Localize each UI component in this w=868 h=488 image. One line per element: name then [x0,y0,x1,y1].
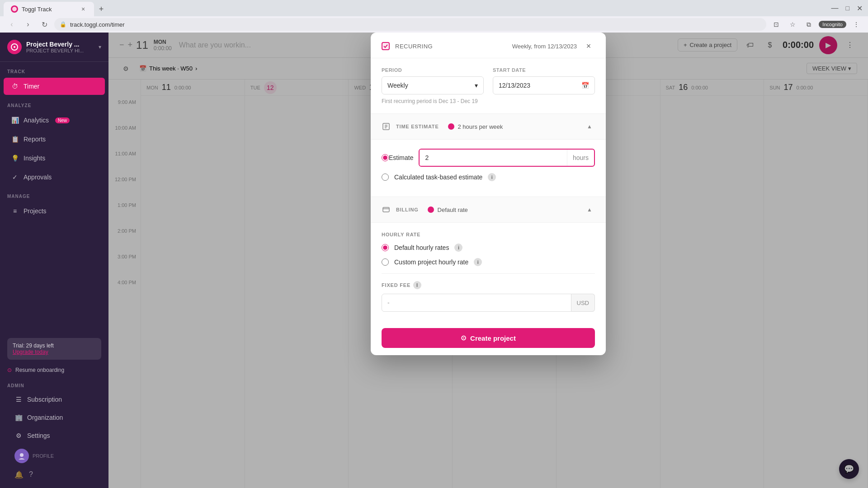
svg-point-3 [20,453,24,457]
timer-label: Timer [24,83,39,90]
maximize-btn[interactable]: □ [846,5,849,12]
resume-label: Resume onboarding [15,367,64,373]
calculated-radio[interactable] [382,174,389,181]
subscription-icon: ☰ [14,395,23,404]
custom-hourly-info-icon[interactable]: i [474,258,482,266]
sidebar-item-analytics[interactable]: 📊 Analytics New [4,112,105,129]
modal-close-btn[interactable]: × [582,40,595,52]
project-chevron-icon[interactable]: ▾ [99,44,101,50]
save-button[interactable]: ⊙ Create project [382,328,595,348]
analyze-section-label: ANALYZE [0,96,108,111]
close-window-btn[interactable]: ✕ [857,4,863,13]
url-bar[interactable]: 🔒 track.toggl.com/timer [54,18,766,31]
menu-icon[interactable]: ⋮ [850,18,863,31]
sidebar-item-approvals[interactable]: ✓ Approvals [4,169,105,186]
profile-area[interactable]: PROFILE [7,445,101,467]
bell-icon[interactable]: 🔔 [14,470,24,479]
overlay-backdrop: RECURRING Weekly, from 12/13/2023 × PERI… [108,33,868,488]
default-hourly-info-icon[interactable]: i [454,244,462,252]
trial-box: Trial: 29 days left Upgrade today [7,338,101,360]
minimize-btn[interactable]: — [831,4,839,12]
default-hourly-label: Default hourly rates [394,244,449,251]
period-field: PERIOD Weekly ▾ [382,67,484,94]
new-tab-btn[interactable]: + [94,2,108,16]
start-date-input[interactable]: 12/13/2023 📅 [493,76,595,94]
fixed-fee-info-icon[interactable]: i [413,281,421,289]
tab-close-btn[interactable]: × [80,5,87,13]
sidebar-item-subscription[interactable]: ☰ Subscription [7,391,101,408]
projects-icon: ≡ [11,207,19,215]
bottom-icons: 🔔 ? [7,467,101,483]
calculated-info-icon[interactable]: i [488,173,496,181]
default-hourly-row: Default hourly rates i [382,244,595,252]
billing-dot [428,206,434,213]
currency-badge: USD [571,294,595,312]
bookmark-icon[interactable]: ☆ [786,18,799,31]
admin-section-label: ADMIN [7,376,101,390]
first-period-note: First recurring period is Dec 13 - Dec 1… [382,98,595,104]
modal-footer: ⊙ Create project [371,321,606,355]
fixed-fee-input[interactable] [382,294,571,312]
upgrade-link[interactable]: Upgrade today [13,349,96,355]
extension-icon[interactable]: ⧉ [802,18,815,31]
sidebar-item-reports[interactable]: 📋 Reports [4,131,105,148]
fixed-fee-input-row: USD [382,294,595,312]
time-estimate-header[interactable]: TIME ESTIMATE 2 hours per week ▲ [371,114,606,140]
cast-icon: ⊡ [770,18,783,31]
analytics-badge: New [55,117,70,123]
billing-badge: Default rate [428,206,579,213]
forward-btn[interactable]: › [22,18,34,31]
sidebar: Project Beverly ... PROJECT BEVERLY HI..… [0,33,108,488]
incognito-badge: Incognito [819,21,846,28]
resume-onboarding-btn[interactable]: ⊙ Resume onboarding [7,364,101,376]
collapse-time-estimate-btn[interactable]: ▲ [584,121,595,132]
project-sub: PROJECT BEVERLY HI... [26,48,94,53]
help-icon[interactable]: ? [29,470,33,479]
estimate-input[interactable] [420,150,567,166]
recurring-label: RECURRING [395,43,507,50]
calendar-icon-date: 📅 [581,82,589,89]
profile-label: PROFILE [33,453,54,459]
back-btn[interactable]: ‹ [5,18,18,31]
settings-label: Settings [27,432,50,439]
organization-icon: 🏢 [14,413,23,422]
estimate-radio[interactable] [382,154,389,161]
trial-text: Trial: 29 days left [13,343,96,349]
project-name: Project Beverly ... [26,41,94,48]
sidebar-item-organization[interactable]: 🏢 Organization [7,409,101,426]
modal-panel: RECURRING Weekly, from 12/13/2023 × PERI… [371,33,606,355]
save-icon: ⊙ [461,334,467,342]
start-date-value: 12/13/2023 [499,82,530,89]
time-estimate-badge: 2 hours per week [448,123,579,130]
default-hourly-radio[interactable] [382,244,389,251]
content-area: − + 11 MON 0:00:00 What are you workin..… [108,33,868,488]
period-value: Weekly [387,82,408,89]
sidebar-item-projects[interactable]: ≡ Projects [4,202,105,220]
settings-icon: ⚙ [14,432,23,440]
avatar [14,449,29,463]
sidebar-logo [7,40,22,54]
reports-icon: 📋 [11,135,19,143]
browser-tab[interactable]: Toggl Track × [4,2,94,16]
approvals-label: Approvals [24,174,52,181]
custom-hourly-radio[interactable] [382,258,389,266]
collapse-billing-btn[interactable]: ▲ [584,204,595,215]
clock-icon [382,122,391,131]
recurring-checkbox[interactable] [382,42,390,50]
billing-content: HOURLY RATE Default hourly rates i Custo… [371,223,606,321]
approvals-icon: ✓ [11,173,19,181]
period-label: PERIOD [382,67,484,73]
sidebar-item-settings[interactable]: ⚙ Settings [7,427,101,444]
sidebar-item-insights[interactable]: 💡 Insights [4,150,105,167]
hours-unit-label: hours [567,150,594,166]
calculated-label: Calculated task-based estimate [394,174,482,181]
time-estimate-content: Estimate hours Calculated task-based est… [371,140,606,197]
save-label: Create project [470,334,516,342]
refresh-btn[interactable]: ↻ [38,18,51,31]
url-text: track.toggl.com/timer [70,21,125,28]
sidebar-item-timer[interactable]: ⏱ Timer [4,78,105,95]
lock-icon: 🔒 [60,21,66,28]
billing-header[interactable]: BILLING Default rate ▲ [371,197,606,223]
period-select[interactable]: Weekly ▾ [382,76,484,94]
analytics-label: Analytics [24,117,49,124]
